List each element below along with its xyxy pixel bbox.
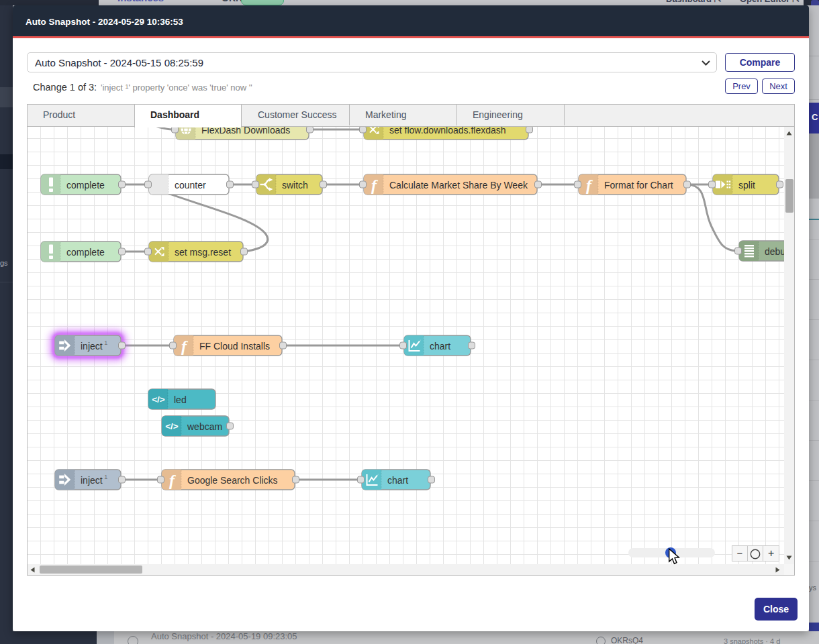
svg-text:complete: complete	[66, 247, 105, 258]
svg-text:Calculate Market Share By Week: Calculate Market Share By Week	[389, 180, 528, 191]
svg-text:Format for Chart: Format for Chart	[604, 180, 673, 191]
svg-text:FlexDash Downloads: FlexDash Downloads	[201, 127, 290, 136]
svg-text:counter: counter	[175, 180, 206, 191]
svg-text:led: led	[174, 394, 187, 405]
svg-text:debug: debug	[765, 246, 784, 257]
svg-text:webcam: webcam	[187, 421, 222, 432]
svg-text:chart: chart	[387, 475, 408, 486]
svg-text:set msg.reset: set msg.reset	[175, 247, 231, 258]
svg-text:</>: </>	[165, 421, 179, 431]
svg-text:chart: chart	[430, 341, 450, 352]
svg-text:switch: switch	[282, 180, 308, 191]
svg-text:</>: </>	[152, 394, 165, 405]
svg-text:FF Cloud Installs: FF Cloud Installs	[199, 341, 270, 352]
svg-text:complete: complete	[66, 180, 105, 191]
svg-text:split: split	[738, 180, 755, 191]
svg-text:set flow.downloads.flexdash: set flow.downloads.flexdash	[389, 127, 506, 136]
svg-text:Google Search Clicks: Google Search Clicks	[187, 475, 278, 486]
